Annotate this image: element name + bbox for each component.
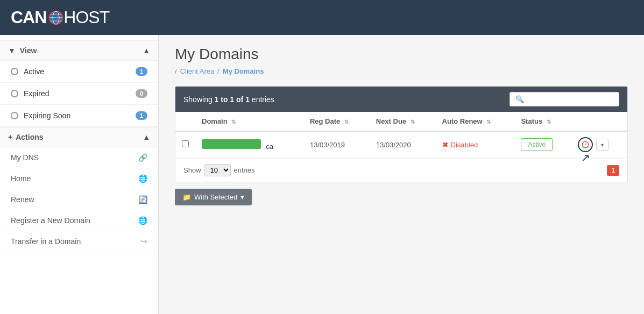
show-entries-control: Show 10 25 50 entries — [183, 164, 255, 176]
view-section-header[interactable]: ▼ View ▲ — [0, 40, 158, 61]
view-collapse-icon: ▲ — [143, 46, 150, 55]
globe-icon-register: 🌐 — [138, 216, 147, 225]
sidebar-action-renew[interactable]: Renew 🔄 — [0, 189, 158, 210]
domains-table: Domain ⇅ Reg Date ⇅ Next Due ⇅ Auto Re — [175, 112, 627, 158]
showing-entries-text: Showing 1 to 1 of 1 entries — [183, 95, 274, 104]
col-auto-renew: Auto Renew ⇅ — [436, 112, 515, 131]
filter-expiring-soon-count: 1 — [136, 111, 147, 120]
sidebar: ▼ View ▲ Active 1 Expired 0 — [0, 35, 159, 314]
row-status-cell: Active — [514, 131, 571, 158]
col-next-due: Next Due ⇅ — [370, 112, 436, 131]
actions-section-label: Actions — [16, 133, 43, 141]
chevron-down-icon: ▾ — [601, 142, 604, 148]
domain-tld: .ca — [264, 142, 273, 151]
x-disabled-icon: ✖ — [442, 141, 448, 149]
sort-status-icon[interactable]: ⇅ — [547, 119, 551, 125]
link-icon-dns: 🔗 — [138, 153, 147, 162]
col-reg-date: Reg Date ⇅ — [303, 112, 370, 131]
home-label: Home — [11, 174, 31, 183]
search-icon: 🔍 — [515, 95, 524, 103]
sidebar-filter-expired[interactable]: Expired 0 — [0, 83, 158, 105]
row-checkbox[interactable] — [182, 140, 189, 147]
col-actions — [571, 112, 627, 131]
globe-icon-home: 🌐 — [138, 174, 147, 183]
table-row: .ca 13/03/2019 13/03/2020 ✖ Disabled — [175, 131, 627, 158]
sidebar-filter-expiring-soon[interactable]: Expiring Soon 1 — [0, 105, 158, 127]
register-label: Register a New Domain — [11, 216, 90, 225]
filter-active-label: Active — [24, 67, 44, 76]
entries-label: entries — [234, 166, 255, 174]
filter-active-count: 1 — [136, 67, 147, 76]
row-reg-date-cell: 13/03/2019 — [303, 131, 370, 158]
sidebar-action-my-dns[interactable]: My DNS 🔗 — [0, 147, 158, 168]
search-input[interactable] — [527, 95, 613, 103]
main-layout: ▼ View ▲ Active 1 Expired 0 — [0, 35, 644, 314]
domains-table-panel: Showing 1 to 1 of 1 entries 🔍 Domain — [175, 86, 628, 182]
with-selected-label: With Selected — [194, 193, 237, 201]
filter-expired-label: Expired — [24, 89, 49, 98]
renew-label: Renew — [11, 195, 34, 204]
row-action-cell: ↗ ▾ — [571, 131, 627, 158]
radio-active — [11, 68, 18, 75]
radio-expired — [11, 90, 18, 97]
radio-expiring-soon — [11, 112, 18, 119]
sort-domain-icon[interactable]: ⇅ — [231, 119, 236, 125]
col-domain: Domain ⇅ — [195, 112, 303, 131]
auto-renew-status: ✖ Disabled — [442, 141, 508, 149]
breadcrumb-current: My Domains — [223, 67, 264, 75]
filter-expiring-soon-label: Expiring Soon — [24, 111, 70, 120]
view-section-label: View — [20, 46, 37, 55]
auto-renew-value: Disabled — [451, 141, 478, 149]
sort-next-due-icon[interactable]: ⇅ — [411, 119, 415, 125]
table-header-bar: Showing 1 to 1 of 1 entries 🔍 — [175, 87, 627, 112]
search-box: 🔍 — [509, 92, 619, 106]
transfer-label: Transfer in a Domain — [11, 237, 81, 246]
show-label: Show — [183, 166, 201, 174]
action-icon-button[interactable] — [578, 137, 593, 152]
row-domain-cell: .ca — [195, 131, 303, 158]
table-footer: Show 10 25 50 entries 1 — [175, 158, 627, 182]
row-next-due-cell: 13/03/2020 — [370, 131, 436, 158]
next-due-value: 13/03/2020 — [376, 141, 411, 149]
actions-collapse-icon: ▲ — [143, 133, 150, 141]
actions-section-header[interactable]: + Actions ▲ — [0, 127, 158, 147]
with-selected-button[interactable]: 📁 With Selected ▾ — [175, 189, 252, 205]
sort-auto-renew-icon[interactable]: ⇅ — [486, 119, 491, 125]
renew-icon: 🔄 — [138, 195, 147, 204]
breadcrumb-client-area[interactable]: Client Area — [180, 67, 215, 75]
sort-reg-date-icon[interactable]: ⇅ — [344, 119, 349, 125]
pagination-badge[interactable]: 1 — [607, 165, 619, 176]
sidebar-action-transfer[interactable]: Transfer in a Domain ↪ — [0, 231, 158, 252]
reg-date-value: 13/03/2019 — [310, 141, 345, 149]
sidebar-action-register[interactable]: Register a New Domain 🌐 — [0, 210, 158, 231]
logo: CAN HOST — [11, 8, 109, 27]
sidebar-action-home[interactable]: Home 🌐 — [0, 168, 158, 189]
transfer-icon: ↪ — [141, 237, 147, 246]
header: CAN HOST — [0, 0, 644, 35]
filter-expired-count: 0 — [136, 89, 147, 98]
checkbox-col-header — [175, 112, 195, 131]
status-active-button[interactable]: Active — [521, 138, 553, 151]
logo-globe-icon — [48, 10, 63, 25]
with-selected-dropdown-icon: ▾ — [240, 193, 244, 201]
actions-section: + Actions ▲ My DNS 🔗 Home 🌐 Renew 🔄 Regi… — [0, 127, 158, 252]
col-status: Status ⇅ — [514, 112, 571, 131]
showing-label: Showing — [183, 95, 213, 104]
sidebar-filter-active[interactable]: Active 1 — [0, 61, 158, 83]
filter-icon: ▼ — [8, 46, 16, 55]
content-area: My Domains / Client Area / My Domains Sh… — [159, 35, 644, 314]
domain-bar-visual — [202, 139, 261, 149]
actions-plus-icon: + — [8, 133, 12, 141]
showing-suffix: entries — [252, 95, 274, 104]
view-section: ▼ View ▲ Active 1 Expired 0 — [0, 40, 158, 127]
breadcrumb-sep-2: / — [217, 67, 220, 75]
entries-per-page-select[interactable]: 10 25 50 — [204, 164, 231, 176]
table-header-row: Domain ⇅ Reg Date ⇅ Next Due ⇅ Auto Re — [175, 112, 627, 131]
row-checkbox-cell — [175, 131, 195, 158]
row-auto-renew-cell: ✖ Disabled — [436, 131, 515, 158]
my-dns-label: My DNS — [11, 153, 39, 162]
page-title: My Domains — [175, 46, 628, 63]
actions-dropdown-button[interactable]: ▾ — [596, 139, 608, 151]
logo-can-text: CAN — [11, 8, 46, 27]
actions-row-wrapper: ↗ ▾ — [578, 137, 621, 152]
